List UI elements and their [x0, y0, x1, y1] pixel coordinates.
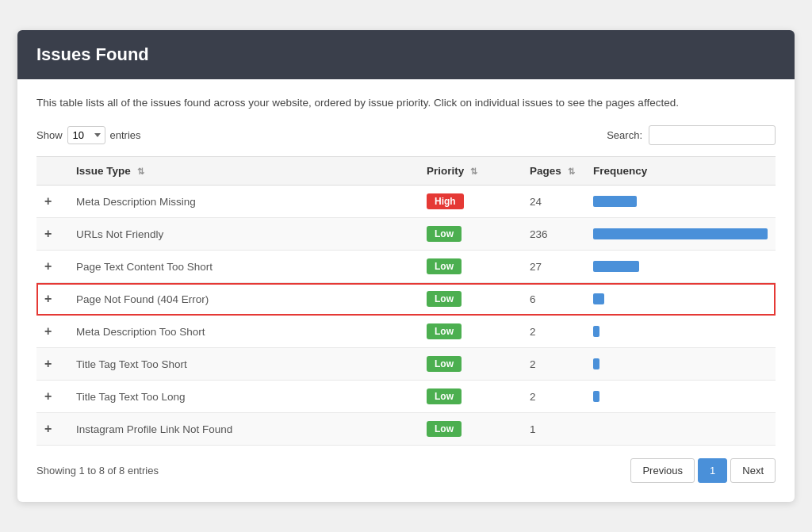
issue-type-cell: Meta Description Missing	[68, 186, 419, 218]
freq-bar-container	[593, 195, 768, 208]
col-issue-header[interactable]: Issue Type ⇅	[68, 157, 419, 186]
freq-bar-container	[593, 293, 768, 305]
frequency-cell	[585, 348, 776, 381]
expand-icon[interactable]: +	[44, 324, 52, 338]
expand-icon[interactable]: +	[44, 389, 52, 403]
issue-type-cell: Title Tag Text Too Short	[68, 348, 419, 381]
freq-bar	[593, 326, 599, 337]
priority-badge: High	[427, 193, 464, 209]
expand-icon[interactable]: +	[44, 227, 52, 240]
entries-label: entries	[110, 129, 141, 141]
freq-bar	[593, 196, 637, 207]
footer-row: Showing 1 to 8 of 8 entries Previous 1 N…	[36, 458, 776, 483]
sort-icon-pages: ⇅	[568, 166, 575, 177]
pages-cell: 1	[522, 413, 585, 446]
expand-icon[interactable]: +	[44, 422, 52, 435]
priority-badge: Low	[427, 258, 462, 274]
issue-type-cell: URLs Not Friendly	[68, 218, 419, 251]
expand-cell[interactable]: +	[36, 413, 68, 446]
pages-cell: 2	[522, 316, 585, 348]
priority-badge: Low	[427, 291, 462, 307]
expand-cell[interactable]: +	[36, 186, 68, 218]
card-body: This table lists all of the issues found…	[17, 79, 795, 502]
freq-bar	[593, 391, 599, 402]
pages-cell: 6	[522, 283, 585, 316]
table-row[interactable]: +Meta Description MissingHigh24	[36, 186, 776, 218]
expand-icon[interactable]: +	[44, 259, 52, 273]
freq-bar-container	[593, 228, 768, 240]
showing-text: Showing 1 to 8 of 8 entries	[36, 465, 159, 477]
expand-cell[interactable]: +	[36, 283, 68, 316]
issues-table: Issue Type ⇅ Priority ⇅ Pages ⇅ Frequenc…	[36, 156, 776, 446]
frequency-cell	[585, 218, 776, 251]
col-priority-header[interactable]: Priority ⇅	[419, 157, 522, 186]
frequency-cell	[585, 186, 776, 218]
expand-icon[interactable]: +	[44, 357, 52, 370]
search-input[interactable]	[649, 125, 776, 145]
show-label: Show	[36, 129, 63, 141]
table-row[interactable]: +Page Not Found (404 Error)Low6	[36, 283, 776, 316]
priority-cell: Low	[419, 283, 522, 316]
sort-icon-issue: ⇅	[137, 166, 144, 177]
controls-row: Show 10 25 50 100 entries Search:	[36, 125, 776, 145]
issue-type-cell: Instagram Profile Link Not Found	[68, 413, 419, 446]
col-freq-header: Frequency	[585, 157, 776, 186]
issue-type-cell: Page Not Found (404 Error)	[68, 283, 419, 316]
description-text: This table lists all of the issues found…	[36, 95, 776, 111]
expand-cell[interactable]: +	[36, 316, 68, 348]
show-entries-control: Show 10 25 50 100 entries	[36, 126, 141, 144]
prev-button[interactable]: Previous	[630, 458, 695, 483]
main-card: Issues Found This table lists all of the…	[17, 30, 795, 502]
priority-cell: Low	[419, 251, 522, 283]
freq-bar-container	[593, 358, 768, 370]
priority-badge: Low	[427, 356, 462, 372]
expand-cell[interactable]: +	[36, 381, 68, 413]
entries-select[interactable]: 10 25 50 100	[67, 126, 105, 144]
expand-cell[interactable]: +	[36, 251, 68, 283]
priority-badge: Low	[427, 421, 462, 437]
table-row[interactable]: +URLs Not FriendlyLow236	[36, 218, 776, 251]
table-row[interactable]: +Meta Description Too ShortLow2	[36, 316, 776, 348]
col-expand-header	[36, 157, 68, 186]
freq-bar-container	[593, 390, 768, 403]
table-row[interactable]: +Title Tag Text Too ShortLow2	[36, 348, 776, 381]
freq-bar	[593, 261, 639, 272]
issue-type-cell: Title Tag Text Too Long	[68, 381, 419, 413]
pages-cell: 2	[522, 348, 585, 381]
search-label: Search:	[607, 129, 642, 141]
expand-cell[interactable]: +	[36, 218, 68, 251]
issue-type-cell: Page Text Content Too Short	[68, 251, 419, 283]
priority-cell: Low	[419, 348, 522, 381]
expand-cell[interactable]: +	[36, 348, 68, 381]
expand-icon[interactable]: +	[44, 292, 52, 305]
frequency-cell	[585, 413, 776, 446]
priority-cell: Low	[419, 381, 522, 413]
pages-cell: 2	[522, 381, 585, 413]
col-pages-header[interactable]: Pages ⇅	[522, 157, 585, 186]
freq-bar	[593, 228, 768, 239]
priority-cell: Low	[419, 413, 522, 446]
next-button[interactable]: Next	[730, 458, 776, 483]
priority-badge: Low	[427, 323, 462, 339]
freq-bar-container	[593, 423, 768, 435]
priority-badge: Low	[427, 226, 462, 242]
page-title: Issues Found	[36, 44, 149, 64]
table-row[interactable]: +Page Text Content Too ShortLow27	[36, 251, 776, 283]
freq-bar	[593, 293, 604, 304]
priority-badge: Low	[427, 388, 462, 404]
pages-cell: 27	[522, 251, 585, 283]
page-1-button[interactable]: 1	[698, 458, 727, 483]
expand-icon[interactable]: +	[44, 194, 52, 208]
frequency-cell	[585, 283, 776, 316]
priority-cell: High	[419, 186, 522, 218]
card-header: Issues Found	[17, 30, 795, 79]
frequency-cell	[585, 381, 776, 413]
freq-bar	[593, 358, 599, 369]
table-row[interactable]: +Title Tag Text Too LongLow2	[36, 381, 776, 413]
frequency-cell	[585, 316, 776, 348]
search-control: Search:	[607, 125, 776, 145]
table-header-row: Issue Type ⇅ Priority ⇅ Pages ⇅ Frequenc…	[36, 157, 776, 186]
table-row[interactable]: +Instagram Profile Link Not FoundLow1	[36, 413, 776, 446]
issue-type-cell: Meta Description Too Short	[68, 316, 419, 348]
table-body: +Meta Description MissingHigh24+URLs Not…	[36, 186, 776, 446]
